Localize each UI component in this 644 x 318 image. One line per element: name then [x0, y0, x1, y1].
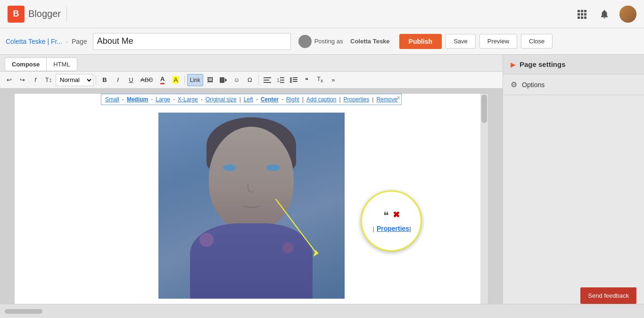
svg-rect-2 [584, 10, 586, 12]
font-family-button[interactable]: f [29, 74, 41, 86]
insert-video-button[interactable] [217, 74, 230, 86]
editor-frame[interactable]: Small - Medium - Large - X-Large - Origi… [14, 93, 488, 309]
highlight-color-button[interactable]: A [170, 74, 182, 86]
svg-point-20 [290, 81, 292, 83]
redo-button[interactable]: ↪ [16, 74, 28, 86]
tab-html[interactable]: HTML [46, 57, 77, 71]
editor-image-wrapper: ❝ ✖ | Properties| [24, 113, 479, 299]
posting-as-avatar [298, 35, 312, 48]
ctx-large-link[interactable]: Large [156, 96, 170, 103]
vertical-scrollbar[interactable] [480, 94, 488, 308]
user-avatar[interactable] [619, 6, 636, 23]
send-feedback-button[interactable]: Send feedback [580, 287, 636, 304]
strikethrough-button[interactable]: ABC [138, 74, 156, 86]
page-settings-title: Page settings [520, 60, 566, 68]
formatting-toolbar: ↩ ↪ f T↕ Normal B I U ABC A A Link 🖼 ☺ Ω [0, 72, 503, 89]
notification-bell-icon[interactable] [597, 7, 612, 22]
publish-button[interactable]: Publish [399, 34, 442, 49]
more-options-button[interactable]: » [327, 74, 339, 86]
apps-icon[interactable] [574, 7, 589, 22]
svg-rect-17 [280, 82, 284, 83]
svg-rect-8 [584, 16, 586, 19]
special-chars-button[interactable]: Ω [244, 74, 256, 86]
svg-rect-16 [280, 80, 284, 81]
topbar-divider [66, 7, 67, 21]
portrait-image[interactable] [158, 113, 345, 299]
text-color-button[interactable]: A [157, 74, 169, 86]
font-size-button[interactable]: T↕ [42, 74, 55, 86]
svg-rect-11 [264, 77, 271, 78]
posting-as-author: Coletta Teske [350, 38, 390, 45]
posting-as-section: Posting as Coletta Teske [298, 35, 390, 48]
svg-rect-4 [581, 13, 583, 16]
prop-link-label[interactable]: Properties [377, 225, 409, 232]
ctx-original-link[interactable]: Original size [206, 96, 237, 103]
preview-button[interactable]: Preview [479, 34, 517, 49]
underline-button[interactable]: U [125, 74, 137, 86]
svg-rect-5 [584, 13, 586, 16]
ctx-small-link[interactable]: Small [105, 96, 119, 103]
italic-button[interactable]: I [112, 74, 124, 86]
main-editor-panel: Compose HTML ↩ ↪ f T↕ Normal B I U ABC A… [0, 55, 503, 318]
properties-link-in-callout: | Properties| [372, 225, 411, 232]
svg-point-18 [290, 77, 292, 79]
bullet-list-button[interactable] [288, 74, 300, 86]
blogger-wordmark: Blogger [28, 8, 61, 19]
editor-container: Compose HTML ↩ ↪ f T↕ Normal B I U ABC A… [0, 55, 644, 318]
svg-rect-22 [293, 79, 297, 80]
posting-as-label: Posting as [314, 38, 343, 45]
svg-rect-7 [581, 16, 583, 19]
page-title-input[interactable] [93, 33, 291, 50]
align-button[interactable] [261, 74, 273, 86]
magnify-icons: ❝ ✖ [372, 210, 411, 222]
ctx-close-button[interactable]: ✕ [396, 95, 400, 100]
horizontal-scrollbar[interactable] [0, 304, 644, 318]
scroll-thumb[interactable] [481, 95, 487, 123]
clear-formatting-button[interactable]: Tx [314, 74, 326, 86]
ctx-xlarge-link[interactable]: X-Large [178, 96, 198, 103]
image-context-toolbar: Small - Medium - Large - X-Large - Origi… [101, 94, 402, 105]
h-scroll-thumb[interactable] [5, 309, 42, 314]
top-navigation-bar: B Blogger [0, 0, 644, 28]
bold-button[interactable]: B [99, 74, 111, 86]
options-label: Options [522, 81, 545, 89]
svg-rect-3 [578, 13, 580, 16]
remove-icon: ✖ [393, 210, 400, 222]
ctx-remove-link[interactable]: Remove [376, 96, 397, 103]
ctx-center-link[interactable]: Center [261, 96, 279, 103]
ctx-right-link[interactable]: Right [286, 96, 299, 103]
right-sidebar: ▶ Page settings ⚙ Options [503, 55, 644, 318]
blogger-logo[interactable]: B [8, 6, 25, 23]
undo-button[interactable]: ↩ [3, 74, 15, 86]
horizontal-scrollbar-container[interactable] [0, 304, 644, 318]
toolbar-separator-3 [258, 75, 259, 85]
page-settings-header[interactable]: ▶ Page settings [503, 55, 644, 74]
insert-emoji-button[interactable]: ☺ [231, 74, 243, 86]
cursor-bar: | [409, 225, 411, 232]
svg-rect-12 [264, 80, 269, 81]
svg-rect-9 [220, 77, 224, 83]
close-button[interactable]: Close [521, 34, 553, 49]
numbered-list-button[interactable]: 1. [274, 74, 287, 86]
tab-compose[interactable]: Compose [5, 57, 46, 71]
magnify-callout: ❝ ✖ | Properties| [361, 190, 422, 252]
ctx-add-caption-link[interactable]: Add caption [306, 96, 336, 103]
avatar-image [619, 6, 636, 23]
blog-title-link[interactable]: Coletta Teske | Fr... [6, 38, 62, 45]
ctx-properties-link[interactable]: Properties [344, 96, 370, 103]
svg-rect-0 [578, 10, 580, 12]
options-row[interactable]: ⚙ Options [503, 74, 644, 95]
svg-rect-23 [293, 81, 297, 82]
svg-rect-1 [581, 10, 583, 12]
link-button[interactable]: Link [187, 74, 203, 86]
save-button[interactable]: Save [446, 34, 476, 49]
blockquote-button[interactable]: ❝ [301, 74, 313, 86]
paragraph-format-select[interactable]: Normal [56, 74, 93, 86]
blue-overlay [158, 113, 345, 299]
breadcrumb-separator: · [66, 38, 68, 45]
ctx-medium-link[interactable]: Medium [127, 96, 148, 103]
ctx-left-link[interactable]: Left [244, 96, 253, 103]
insert-image-button[interactable]: 🖼 [204, 74, 216, 86]
page-badge: Page [72, 38, 87, 45]
topbar-icons [574, 6, 636, 23]
